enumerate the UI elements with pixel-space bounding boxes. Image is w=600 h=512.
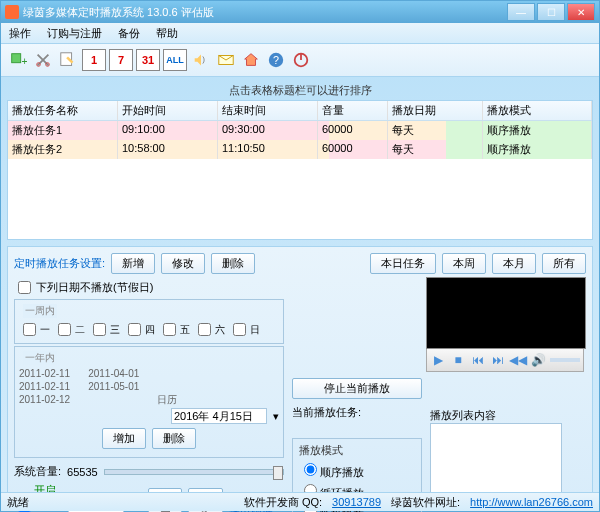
edit-icon[interactable] — [57, 49, 79, 71]
weekday-checkbox[interactable]: 六 — [194, 320, 225, 339]
delete-button[interactable]: 删除 — [211, 253, 255, 274]
dropdown-icon[interactable]: ▾ — [273, 410, 279, 423]
settings-label: 定时播放任务设置: — [14, 256, 105, 271]
window-title: 绿茵多媒体定时播放系统 13.0.6 评估版 — [23, 5, 507, 20]
svg-rect-0 — [12, 54, 21, 63]
menubar: 操作 订购与注册 备份 帮助 — [1, 23, 599, 44]
add-button[interactable]: 新增 — [111, 253, 155, 274]
week-fieldset: 一周内 一二三四五六日 — [14, 299, 284, 344]
sort-hint: 点击表格标题栏可以进行排序 — [7, 81, 593, 100]
sound-icon[interactable] — [190, 49, 212, 71]
day1-button[interactable]: 1 — [82, 49, 106, 71]
player-volume-slider[interactable] — [550, 358, 580, 362]
power-icon[interactable] — [290, 49, 312, 71]
maximize-button[interactable]: ☐ — [537, 3, 565, 21]
weekday-checkbox[interactable]: 五 — [159, 320, 190, 339]
all-button[interactable]: ALL — [163, 49, 187, 71]
site-link[interactable]: http://www.lan26766.com — [470, 496, 593, 508]
media-player: ▶ ■ ⏮ ⏭ ◀◀ 🔊 — [426, 277, 584, 372]
next-icon[interactable]: ⏭ — [490, 352, 506, 368]
menu-operate[interactable]: 操作 — [5, 24, 35, 43]
weekday-checkbox[interactable]: 三 — [89, 320, 120, 339]
weekday-checkbox[interactable]: 四 — [124, 320, 155, 339]
minimize-button[interactable]: — — [507, 3, 535, 21]
current-task-label: 当前播放任务: — [292, 405, 361, 420]
svg-text:?: ? — [273, 54, 279, 66]
day7-button[interactable]: 7 — [109, 49, 133, 71]
col-mode[interactable]: 播放模式 — [483, 101, 592, 120]
task-grid[interactable]: 播放任务名称 开始时间 结束时间 音量 播放日期 播放模式 播放任务1 09:1… — [7, 100, 593, 240]
prev-icon[interactable]: ⏮ — [470, 352, 486, 368]
sysvol-label: 系统音量: — [14, 464, 61, 479]
date-del-button[interactable]: 删除 — [152, 428, 196, 449]
video-area[interactable] — [426, 277, 586, 349]
help-icon[interactable]: ? — [265, 49, 287, 71]
statusbar: 就绪 软件开发商 QQ: 30913789 绿茵软件网址: http://www… — [1, 492, 599, 511]
svg-text:+: + — [22, 55, 27, 67]
close-button[interactable]: ✕ — [567, 3, 595, 21]
weekday-checkbox[interactable]: 日 — [229, 320, 260, 339]
status-ready: 就绪 — [7, 495, 29, 510]
playlist-label: 播放列表内容 — [430, 408, 562, 423]
noplay-checkbox[interactable]: 下列日期不播放(节假日) — [14, 278, 284, 297]
col-start[interactable]: 开始时间 — [118, 101, 218, 120]
qq-link[interactable]: 30913789 — [332, 496, 381, 508]
col-end[interactable]: 结束时间 — [218, 101, 318, 120]
menu-help[interactable]: 帮助 — [152, 24, 182, 43]
rewind-icon[interactable]: ◀◀ — [510, 352, 526, 368]
sysvol-value: 65535 — [67, 466, 98, 478]
stop-icon[interactable]: ■ — [450, 352, 466, 368]
grid-header[interactable]: 播放任务名称 开始时间 结束时间 音量 播放日期 播放模式 — [8, 101, 592, 121]
settings-panel: 定时播放任务设置: 新增 修改 删除 本日任务 本周 本月 所有 下列日期不播放… — [7, 246, 593, 510]
filter-all-button[interactable]: 所有 — [542, 253, 586, 274]
play-icon[interactable]: ▶ — [430, 352, 446, 368]
mail-icon[interactable] — [215, 49, 237, 71]
table-row[interactable]: 播放任务2 10:58:00 11:10:50 60000 每天 顺序播放 — [8, 140, 592, 159]
cut-icon[interactable] — [32, 49, 54, 71]
edit-button[interactable]: 修改 — [161, 253, 205, 274]
filter-month-button[interactable]: 本月 — [492, 253, 536, 274]
menu-backup[interactable]: 备份 — [114, 24, 144, 43]
filter-today-button[interactable]: 本日任务 — [370, 253, 436, 274]
toolbar: + 1 7 31 ALL ? — [1, 44, 599, 77]
app-icon — [5, 5, 19, 19]
mute-icon[interactable]: 🔊 — [530, 352, 546, 368]
stop-button[interactable]: 停止当前播放 — [292, 378, 422, 399]
filter-week-button[interactable]: 本周 — [442, 253, 486, 274]
year-fieldset: 一年内 2011-02-112011-02-112011-02-122011-0… — [14, 346, 284, 458]
weekday-checkbox[interactable]: 一 — [19, 320, 50, 339]
mode-seq-radio[interactable]: 顺序播放 — [299, 460, 415, 480]
date-add-button[interactable]: 增加 — [102, 428, 146, 449]
col-volume[interactable]: 音量 — [318, 101, 388, 120]
day31-button[interactable]: 31 — [136, 49, 160, 71]
table-row[interactable]: 播放任务1 09:10:00 09:30:00 60000 每天 顺序播放 — [8, 121, 592, 140]
weekday-checkbox[interactable]: 二 — [54, 320, 85, 339]
home-icon[interactable] — [240, 49, 262, 71]
volume-slider[interactable] — [104, 469, 284, 475]
playlist-box[interactable] — [430, 423, 562, 495]
col-name[interactable]: 播放任务名称 — [8, 101, 118, 120]
col-date[interactable]: 播放日期 — [388, 101, 483, 120]
titlebar: 绿茵多媒体定时播放系统 13.0.6 评估版 — ☐ ✕ — [1, 1, 599, 23]
add-icon[interactable]: + — [7, 49, 29, 71]
calendar-input[interactable] — [171, 408, 267, 424]
menu-buy[interactable]: 订购与注册 — [43, 24, 106, 43]
